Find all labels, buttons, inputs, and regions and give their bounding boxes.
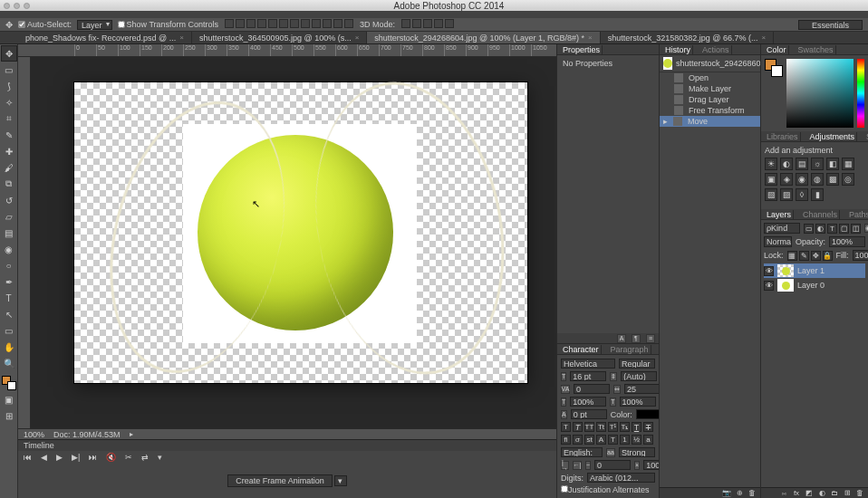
mac-max-icon[interactable] [24,3,30,9]
mac-min-icon[interactable] [14,3,20,9]
group-icon[interactable]: 🗀 [830,489,839,498]
blend-mode-field[interactable]: Normal [764,236,792,247]
hand-tool[interactable]: ✋ [2,340,16,354]
ruler-vertical[interactable] [18,57,31,428]
trash-icon[interactable]: 🗑 [747,489,757,498]
dir-ltr-icon[interactable]: |→ [561,461,569,470]
timeline-tab[interactable]: Timeline [24,441,54,450]
move-tool[interactable]: ✥ [2,46,16,61]
document-tab[interactable]: shutterstock_364500905.jpg @ 100% (s...× [192,32,367,43]
3d-icons[interactable] [400,19,455,30]
opacity-field[interactable]: 100% [829,236,865,247]
history-item[interactable]: Drag Layer [660,94,760,105]
document-tab[interactable]: shutterstock_321580382.jpg @ 66.7% (...× [601,32,774,43]
marquee-tool[interactable]: ▭ [2,62,16,77]
type-style-buttons[interactable]: TTTTTtT¹T₁TT [561,422,655,432]
mask-icon[interactable]: ◩ [805,489,814,498]
color-tab[interactable]: Color [765,45,789,54]
shape-tool[interactable]: ▭ [2,323,16,338]
fill-field[interactable]: 100% [853,250,868,261]
aa-field[interactable]: Strong [619,447,655,457]
panel-menu-icon[interactable]: ≡ [646,334,655,343]
styles-tab[interactable]: Styles [864,132,868,141]
font-family-field[interactable]: Helvetica Neue W... [561,359,615,369]
artboard[interactable]: ↖ [74,82,527,383]
paths-tab[interactable]: Paths [847,210,868,219]
layer-name[interactable]: Layer 1 [797,266,825,275]
layer-filter-kind[interactable]: ρKind [764,223,800,234]
heal-tool[interactable]: ✚ [2,144,16,158]
layer-name[interactable]: Layer 0 [797,281,825,290]
mac-close-icon[interactable] [4,3,10,9]
libraries-tab[interactable]: Libraries [765,132,801,141]
actions-tab[interactable]: Actions [700,45,732,54]
vscale-field[interactable]: 100% [570,397,606,407]
fx-icon[interactable]: fx [792,489,801,498]
digits-field[interactable]: Arabic (012... [587,473,655,483]
font-style-field[interactable]: Regular [619,359,655,369]
auto-select-dropdown[interactable]: Layer [77,20,112,30]
close-icon[interactable]: × [762,34,767,42]
quickmask-icon[interactable]: ▣ [2,392,16,407]
para-mini-icon[interactable]: ¶ [632,334,641,343]
language-field[interactable]: English: UK [561,447,603,457]
new-layer-icon[interactable]: ⊞ [843,489,852,498]
color-panel[interactable] [761,55,868,131]
color-field[interactable] [786,59,854,128]
char-mini-icon[interactable]: A [617,334,626,343]
type-tool[interactable]: T [2,291,16,305]
hscale-field[interactable]: 100% [620,397,656,407]
document-tab[interactable]: phone_Shadows fix- Recovered.psd @ ...× [18,32,192,43]
layers-tab[interactable]: Layers [765,210,794,219]
close-icon[interactable]: × [355,34,360,42]
workspace-switcher[interactable]: Essentials [798,20,863,30]
lasso-tool[interactable]: ⟆ [2,79,16,93]
close-icon[interactable]: × [179,34,184,42]
canvas-stage[interactable]: ↖ [31,57,556,428]
dodge-tool[interactable]: ○ [2,258,16,273]
eyedropper-tool[interactable]: ✎ [2,128,16,142]
adjust-row-3[interactable]: ▧▨◊▮ [765,188,864,201]
layer-filter-icons[interactable]: ▭◐T▢◫ [804,224,861,234]
font-size-field[interactable]: 16 pt [570,371,606,381]
auto-select-checkbox[interactable]: Auto-Select: [18,20,72,29]
stamp-tool[interactable]: ⧉ [2,177,16,191]
timeline-controls[interactable]: ⏮◀▶▶|⏭ 🔇✂⇄▾ [18,451,556,464]
adj-layer-icon[interactable]: ◐ [817,489,826,498]
properties-tab[interactable]: Properties [561,45,603,54]
history-item[interactable]: ▸Move [660,116,760,127]
delete-layer-icon[interactable]: 🗑 [855,489,864,498]
zoom-value[interactable]: 100% [24,430,44,439]
blur-tool[interactable]: ◉ [2,242,16,256]
timeline-type-dropdown[interactable]: ▾ [334,475,347,486]
visibility-icon[interactable]: 👁 [764,266,774,276]
ruler-horizontal[interactable]: 0501001502002503003504004505005506006507… [18,44,557,57]
new-state-icon[interactable]: ⊕ [735,489,744,498]
snapshot-icon[interactable]: 📷 [722,489,731,498]
character-tab[interactable]: Character [561,345,602,354]
layer-filter-toggle[interactable]: ◉ [864,224,868,233]
color-fgbg-swatch[interactable] [765,59,783,77]
pen-tool[interactable]: ✒ [2,274,16,289]
leading-field[interactable]: (Auto) [621,371,657,381]
hue-slider[interactable] [857,59,864,128]
create-frame-animation-button[interactable]: Create Frame Animation [227,474,333,487]
baseline-field[interactable]: 0 pt [571,409,607,419]
gradient-tool[interactable]: ▤ [2,225,16,240]
menubar[interactable] [0,11,868,18]
brush-tool[interactable]: 🖌 [2,160,16,175]
swatches-tab[interactable]: Swatches [796,45,836,54]
screenmode-icon[interactable]: ⊞ [2,408,16,423]
close-icon[interactable]: × [588,34,593,42]
align-icons[interactable] [224,19,354,30]
kerning-field[interactable]: 0 [574,384,610,394]
kashida-field[interactable]: 0 [594,460,631,470]
channels-tab[interactable]: Channels [801,210,840,219]
history-brush-tool[interactable]: ↺ [2,193,16,207]
history-item[interactable]: Make Layer [660,83,760,94]
history-item[interactable]: Free Transform [660,105,760,116]
history-tab[interactable]: History [663,45,693,54]
document-tab[interactable]: shutterstock_294268604.jpg @ 100% (Layer… [367,32,600,43]
show-transform-checkbox[interactable]: Show Transform Controls [118,20,219,29]
fg-bg-swatch[interactable] [2,376,16,390]
